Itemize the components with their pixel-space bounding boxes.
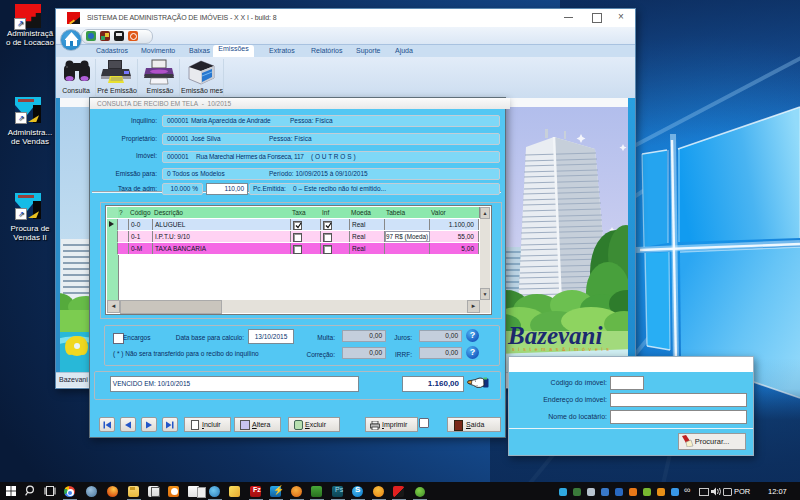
svg-text:Bazevani: Bazevani (507, 322, 603, 349)
svg-text:s i s t e m a s & i m ó v: s i s t e m a s & i m ó v e i s (512, 346, 610, 352)
